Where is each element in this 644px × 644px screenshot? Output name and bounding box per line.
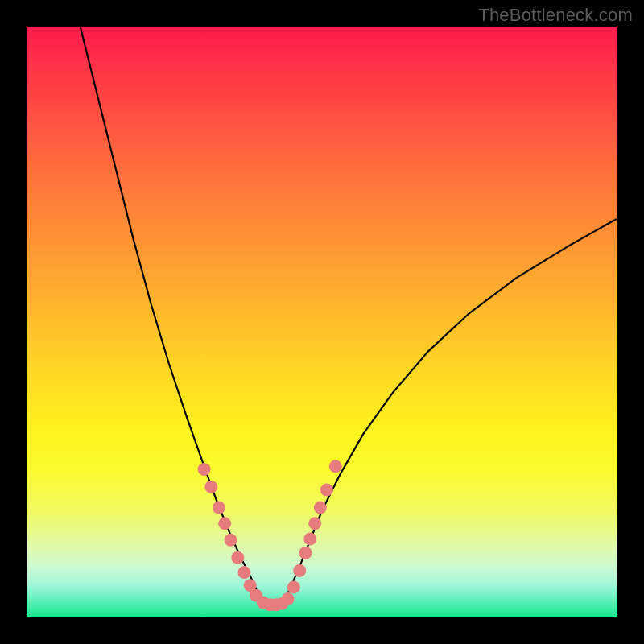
data-dot [299, 547, 312, 559]
data-dot [218, 517, 231, 530]
data-dot [231, 551, 244, 564]
watermark-text: TheBottleneck.com [478, 5, 633, 26]
data-dot [198, 463, 211, 476]
data-dots [198, 460, 342, 611]
chart-frame: TheBottleneck.com [0, 0, 644, 644]
data-dot [225, 534, 237, 547]
data-dot [282, 592, 295, 605]
data-dot [308, 517, 321, 530]
data-dot [329, 460, 342, 473]
data-dot [320, 484, 333, 497]
plot-area [27, 27, 617, 617]
data-dot [293, 564, 306, 577]
data-dot [204, 481, 217, 493]
data-dot [213, 502, 225, 514]
curve-right [287, 219, 617, 596]
data-dot [314, 502, 327, 514]
curve-layer [27, 27, 617, 617]
curve-left [80, 27, 260, 598]
data-dot [287, 580, 300, 593]
data-dot [237, 566, 250, 579]
data-dot [303, 532, 316, 545]
